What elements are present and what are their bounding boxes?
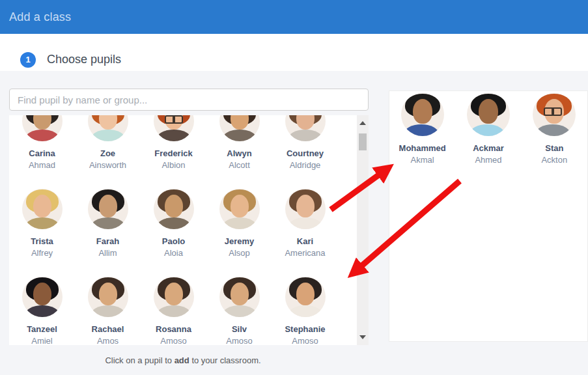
scrollbar-up-icon[interactable] xyxy=(359,121,366,125)
pupil-card[interactable]: Kari Americana xyxy=(272,189,338,277)
pupil-photo[interactable] xyxy=(88,277,128,317)
scrollbar-down-icon[interactable] xyxy=(359,335,366,339)
pupil-card[interactable]: Courtney Aldridge xyxy=(272,115,338,189)
avatar-face xyxy=(413,99,432,124)
pupil-first-name: Stan xyxy=(522,143,587,154)
pupil-photo[interactable] xyxy=(219,277,260,317)
pupil-photo[interactable] xyxy=(467,93,510,136)
pupil-first-name: Kari xyxy=(272,236,338,247)
avatar-shirt xyxy=(25,217,59,229)
glasses-icon xyxy=(164,115,184,122)
selected-pupils-row: Mohammed Akmal Ackmar Ahmed St xyxy=(389,91,587,166)
pupil-last-name: Ackton xyxy=(522,154,587,166)
search-input[interactable] xyxy=(9,89,369,111)
pupil-photo[interactable] xyxy=(285,277,326,317)
pupil-card[interactable]: Alwyn Alcott xyxy=(206,115,272,189)
avatar-shirt xyxy=(288,130,322,141)
pupil-photo[interactable] xyxy=(154,189,194,229)
pupil-first-name: Paolo xyxy=(141,236,206,247)
pupil-card[interactable]: Frederick Albion xyxy=(141,115,206,189)
pupil-photo[interactable] xyxy=(88,115,128,141)
pupil-last-name: Amos xyxy=(75,335,141,345)
footer-hint-prefix: Click on a pupil to xyxy=(105,355,174,365)
pupil-photo[interactable] xyxy=(22,115,63,141)
pupil-first-name: Jeremy xyxy=(206,236,272,247)
pupil-card[interactable]: Trista Alfrey xyxy=(9,189,75,277)
pupil-photo[interactable] xyxy=(88,189,128,229)
pupil-card[interactable]: Carina Ahmad xyxy=(9,115,75,189)
avatar-shirt xyxy=(157,130,191,141)
pupil-last-name: Ahmad xyxy=(9,160,75,171)
avatar-shirt xyxy=(470,124,504,136)
pupil-card[interactable]: Stephanie Amoso xyxy=(272,277,338,345)
avatar-face xyxy=(33,283,51,305)
pupil-card[interactable]: Zoe Ainsworth xyxy=(75,115,141,189)
avatar-shirt xyxy=(25,130,59,141)
avatar-face xyxy=(33,195,51,217)
avatar-face xyxy=(231,195,249,217)
selected-pupil-card[interactable]: Mohammed Akmal xyxy=(389,93,455,166)
pupil-photo[interactable] xyxy=(22,277,63,317)
pupil-card[interactable]: Silv Amoso xyxy=(206,277,272,345)
selected-pupil-card[interactable]: Ackmar Ahmed xyxy=(455,93,521,166)
pupil-photo[interactable] xyxy=(219,189,260,229)
selected-pupils-panel: Mohammed Akmal Ackmar Ahmed St xyxy=(389,90,588,342)
scrollbar-thumb[interactable] xyxy=(359,133,367,150)
pupil-card[interactable]: Rosanna Amoso xyxy=(141,277,206,345)
avatar-shirt xyxy=(536,124,570,136)
pupil-first-name: Farah xyxy=(75,236,141,247)
pupil-last-name: Amiel xyxy=(9,335,75,345)
pupil-first-name: Trista xyxy=(9,236,75,247)
pupil-first-name: Alwyn xyxy=(206,148,272,160)
pupil-last-name: Amoso xyxy=(272,335,338,345)
pupil-photo[interactable] xyxy=(154,115,194,141)
pupil-grid: Carina Ahmad Zoe Ainsworth Fre xyxy=(9,115,357,345)
pupil-card[interactable]: Farah Allim xyxy=(75,189,141,277)
avatar-face xyxy=(231,283,249,305)
pupil-photo[interactable] xyxy=(22,189,63,229)
pupil-card[interactable]: Rachael Amos xyxy=(75,277,141,345)
pupil-first-name: Mohammed xyxy=(389,143,455,154)
pupil-card[interactable]: Jeremy Alsop xyxy=(206,189,272,277)
avatar-face xyxy=(99,115,117,130)
avatar-shirt xyxy=(25,305,59,317)
pupil-photo[interactable] xyxy=(285,189,326,229)
page-title: Add a class xyxy=(9,0,71,34)
pupil-photo[interactable] xyxy=(154,277,194,317)
pupil-last-name: Aloia xyxy=(141,247,206,259)
avatar-shirt xyxy=(404,124,438,136)
pupil-first-name: Zoe xyxy=(75,148,141,160)
avatar-face xyxy=(99,195,117,217)
avatar-shirt xyxy=(157,305,191,317)
avatar-face xyxy=(296,115,315,130)
footer-hint: Click on a pupil to add to your classroo… xyxy=(9,355,357,365)
step-number-badge: 1 xyxy=(20,52,36,68)
avatar-face xyxy=(296,283,315,305)
pupil-card[interactable]: Paolo Aloia xyxy=(141,189,206,277)
pupil-first-name: Frederick xyxy=(141,148,206,160)
pupil-photo[interactable] xyxy=(401,93,444,136)
pupil-first-name: Carina xyxy=(9,148,75,160)
pupil-first-name: Rosanna xyxy=(141,324,206,335)
avatar-face xyxy=(231,115,249,130)
pupil-last-name: Alcott xyxy=(206,160,272,171)
pupil-card[interactable]: Tanzeel Amiel xyxy=(9,277,75,345)
pupil-last-name: Americana xyxy=(272,247,338,259)
pupil-last-name: Allim xyxy=(75,247,141,259)
pupil-last-name: Amoso xyxy=(206,335,272,345)
avatar-shirt xyxy=(157,217,191,229)
avatar-face xyxy=(165,195,183,217)
list-scrollbar[interactable] xyxy=(357,115,369,345)
pupil-last-name: Aldridge xyxy=(272,160,338,171)
pupil-photo[interactable] xyxy=(285,115,326,141)
avatar-shirt xyxy=(223,305,257,317)
pupil-first-name: Stephanie xyxy=(272,324,338,335)
avatar-shirt xyxy=(288,217,322,229)
avatar-shirt xyxy=(288,305,322,317)
avatar-shirt xyxy=(91,130,125,141)
selected-pupil-card[interactable]: Stan Ackton xyxy=(522,93,587,166)
pupil-photo[interactable] xyxy=(219,115,260,141)
pupil-photo[interactable] xyxy=(533,93,576,136)
app-header: Add a class xyxy=(0,0,588,34)
avatar-shirt xyxy=(91,217,125,229)
